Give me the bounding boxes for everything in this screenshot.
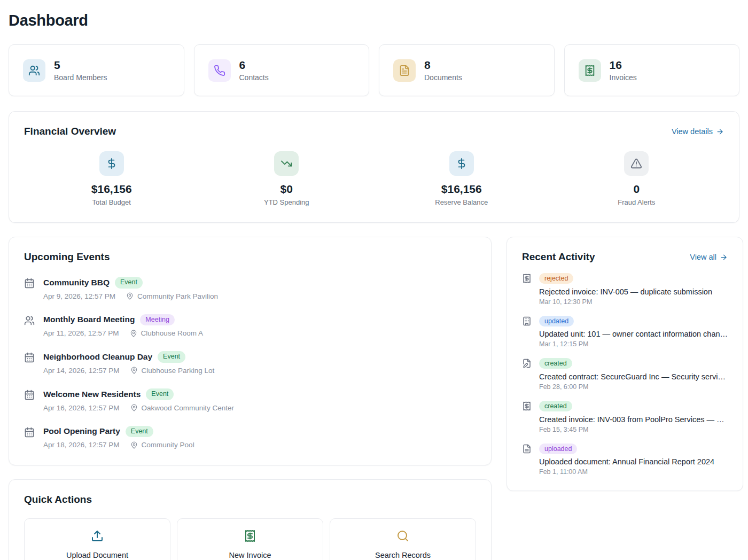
new-invoice-button[interactable]: New Invoice [177,518,323,560]
fin-value: $16,156 [374,183,549,196]
stats-row: 5 Board Members 6 Contacts 8 Documents [9,44,739,96]
activity-badge: uploaded [539,444,577,454]
fin-value: $16,156 [24,183,199,196]
event-title: Welcome New Residents [43,390,141,399]
arrow-right-icon [716,128,724,136]
event-title: Pool Opening Party [43,426,120,436]
calendar-icon [24,277,35,300]
stat-card-documents: 8 Documents [379,44,555,96]
event-title: Neighborhood Cleanup Day [43,352,152,362]
recent-activity-panel: Recent Activity View all rejected Reject… [507,237,743,491]
event-location: Clubhouse Room A [141,329,203,337]
activity-timestamp: Mar 1, 12:15 PM [539,340,728,348]
activity-message: Created contract: SecureGuard Inc — Secu… [539,372,726,381]
activity-timestamp: Feb 28, 6:00 PM [539,383,726,391]
dollar-icon [449,151,474,176]
activity-item: rejected Rejected invoice: INV-005 — dup… [522,273,728,306]
activity-badge: rejected [539,273,573,284]
fin-stat-fraud-alerts: 0 Fraud Alerts [549,151,724,206]
activity-message: Rejected invoice: INV-005 — duplicate su… [539,287,712,296]
event-badge: Event [146,388,174,400]
users-icon [23,59,45,82]
event-item: Neighborhood Cleanup Day Event Apr 14, 2… [24,351,476,375]
event-title: Community BBQ [43,278,110,287]
activity-timestamp: Feb 15, 3:45 PM [539,426,724,433]
stat-value: 8 [424,59,462,72]
activity-item: created Created contract: SecureGuard In… [522,358,728,391]
quick-action-label: New Invoice [229,551,271,559]
event-item: Community BBQ Event Apr 9, 2026, 12:57 P… [24,277,476,300]
fin-label: Reserve Balance [374,198,549,206]
fin-stat-ytd-spending: $0 YTD Spending [199,151,375,206]
stat-label: Invoices [610,73,637,82]
activity-badge: updated [539,316,574,326]
financial-overview-panel: Financial Overview View details $16,156 … [9,111,739,223]
event-date: Apr 14, 2026, 12:57 PM [43,367,120,375]
map-pin-icon [126,292,134,300]
event-location: Community Park Pavilion [137,292,218,300]
event-location: Community Pool [142,441,194,449]
calendar-icon [24,426,35,449]
stat-card-board-members: 5 Board Members [9,44,184,96]
quick-actions-title: Quick Actions [24,494,476,505]
view-all-label: View all [690,253,716,261]
stat-value: 5 [54,59,107,72]
dollar-icon [99,151,124,176]
activity-message: Created invoice: INV-003 from PoolPro Se… [539,415,724,424]
map-pin-icon [130,441,138,449]
event-date: Apr 16, 2026, 12:57 PM [43,404,120,412]
activity-item: updated Updated unit: 101 — owner contac… [522,316,728,348]
event-badge: Meeting [140,314,174,326]
view-all-link[interactable]: View all [690,253,728,261]
fin-value: $0 [199,183,375,196]
activity-item: created Created invoice: INV-003 from Po… [522,401,728,433]
view-details-label: View details [672,127,713,136]
quick-action-label: Search Records [375,551,431,559]
event-badge: Event [126,426,153,438]
upcoming-events-title: Upcoming Events [24,251,476,263]
activity-badge: created [539,401,572,411]
event-date: Apr 11, 2026, 12:57 PM [43,329,119,337]
file-pen-icon [522,358,532,391]
receipt-icon [244,530,256,544]
fin-label: Total Budget [24,198,199,206]
alert-triangle-icon [624,151,649,176]
quick-action-label: Upload Document [66,551,128,559]
upload-document-button[interactable]: Upload Document [24,518,170,560]
fin-stat-reserve-balance: $16,156 Reserve Balance [374,151,549,206]
calendar-icon [24,351,35,375]
financial-overview-header: Financial Overview View details [24,126,724,137]
file-text-icon [393,59,416,82]
quick-actions-panel: Quick Actions Upload Document New Invoic… [9,479,492,560]
trending-down-icon [274,151,299,176]
view-details-link[interactable]: View details [672,127,724,136]
upload-icon [91,530,104,544]
left-column: Upcoming Events Community BBQ Event Apr … [9,237,492,560]
upcoming-events-panel: Upcoming Events Community BBQ Event Apr … [9,237,492,465]
stat-label: Contacts [239,73,269,82]
fin-label: YTD Spending [199,198,375,206]
financial-stats: $16,156 Total Budget $0 YTD Spending $16… [24,151,724,206]
receipt-icon [579,59,601,82]
file-icon [522,444,532,476]
event-item: Pool Opening Party Event Apr 18, 2026, 1… [24,426,476,449]
event-date: Apr 9, 2026, 12:57 PM [43,292,115,300]
event-badge: Event [158,351,185,363]
page-title: Dashboard [9,12,739,29]
activity-timestamp: Mar 10, 12:30 PM [539,298,712,306]
stat-card-invoices: 16 Invoices [564,44,740,96]
fin-label: Fraud Alerts [549,198,724,206]
arrow-right-icon [720,253,728,261]
map-pin-icon [130,330,137,337]
stat-value: 16 [610,59,637,72]
search-records-button[interactable]: Search Records [330,518,476,560]
recent-activity-title: Recent Activity [522,251,595,263]
event-title: Monthly Board Meeting [43,315,135,324]
financial-overview-title: Financial Overview [24,126,116,137]
calendar-icon [24,388,35,412]
search-icon [396,530,409,544]
map-pin-icon [130,367,138,374]
users-icon [24,314,35,338]
stat-value: 6 [239,59,269,72]
receipt-icon [522,401,532,433]
